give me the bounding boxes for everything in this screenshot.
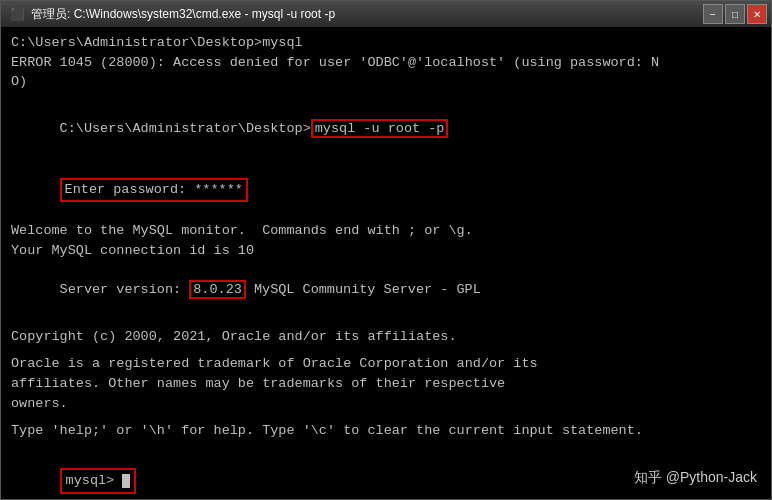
window-controls: − □ ✕: [703, 4, 767, 24]
terminal-line-11: Copyright (c) 2000, 2021, Oracle and/or …: [11, 327, 761, 347]
terminal-line-9: Server version: 8.0.23 MySQL Community S…: [11, 260, 761, 319]
terminal-line-3: O): [11, 72, 761, 92]
terminal-line-password: Enter password: ******: [11, 158, 761, 221]
mysql-command-highlight: mysql -u root -p: [311, 119, 449, 138]
mysql-prompt-highlight: mysql>: [60, 468, 137, 494]
terminal-line-14: affiliates. Other names may be trademark…: [11, 374, 761, 394]
title-text: 管理员: C:\Windows\system32\cmd.exe - mysql…: [31, 6, 763, 23]
terminal-line-8: Your MySQL connection id is 10: [11, 241, 761, 261]
window-icon: ⬛: [9, 6, 25, 22]
watermark: 知乎 @Python-Jack: [634, 467, 757, 487]
enter-password-highlight: Enter password: ******: [60, 178, 248, 202]
terminal-line-7: Welcome to the MySQL monitor. Commands e…: [11, 221, 761, 241]
server-version-highlight: 8.0.23: [189, 280, 246, 299]
close-button[interactable]: ✕: [747, 4, 767, 24]
maximize-button[interactable]: □: [725, 4, 745, 24]
terminal-line-1: C:\Users\Administrator\Desktop>mysql: [11, 33, 761, 53]
terminal-line-13: Oracle is a registered trademark of Orac…: [11, 354, 761, 374]
cursor: [122, 474, 130, 488]
title-bar: ⬛ 管理员: C:\Windows\system32\cmd.exe - mys…: [1, 1, 771, 27]
window: ⬛ 管理员: C:\Windows\system32\cmd.exe - mys…: [0, 0, 772, 500]
terminal-line-5: C:\Users\Administrator\Desktop>mysql -u …: [11, 100, 761, 159]
minimize-button[interactable]: −: [703, 4, 723, 24]
terminal-line-2: ERROR 1045 (28000): Access denied for us…: [11, 53, 761, 73]
terminal-line-17: Type 'help;' or '\h' for help. Type '\c'…: [11, 421, 761, 441]
terminal-line-15: owners.: [11, 394, 761, 414]
terminal-body[interactable]: C:\Users\Administrator\Desktop>mysql ERR…: [1, 27, 771, 499]
